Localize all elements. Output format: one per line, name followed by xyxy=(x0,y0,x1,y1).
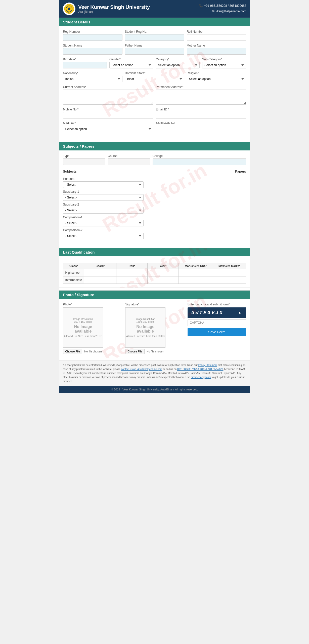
mobile-input[interactable] xyxy=(63,112,153,118)
reg-number-group: Reg Number xyxy=(63,30,122,41)
intermediate-max-input[interactable] xyxy=(214,277,245,283)
composition1-select[interactable]: - Select - xyxy=(63,220,144,226)
composition2-select[interactable]: - Select - xyxy=(63,233,144,239)
highschool-marks-input[interactable] xyxy=(180,270,211,275)
mother-name-input[interactable] xyxy=(187,48,246,55)
reg-row: Reg Number Student Reg.No. Roll Number xyxy=(63,30,246,41)
highschool-board-input[interactable] xyxy=(85,270,115,275)
nationality-group: Nationality* Indian xyxy=(63,71,122,82)
domicile-select[interactable]: Bihar xyxy=(125,76,184,82)
composition1-label: Composition-1 xyxy=(63,216,246,219)
roll-number-input[interactable] xyxy=(187,34,246,41)
university-logo: VKS xyxy=(63,3,75,15)
father-name-input[interactable] xyxy=(125,48,184,55)
sig-resolution: Image Resolution xyxy=(136,318,155,320)
captcha-input[interactable] xyxy=(188,319,246,326)
intermediate-board-input[interactable] xyxy=(85,277,115,283)
policy-link[interactable]: Policy Statement xyxy=(198,364,217,367)
composition1-item: Composition-1 - Select - xyxy=(63,216,246,226)
course-input: (Hons) YEAR-1 xyxy=(108,158,150,165)
composition2-select-row: - Select - xyxy=(63,233,246,239)
highschool-max-input[interactable] xyxy=(214,270,245,275)
reg-number-label: Reg Number xyxy=(63,30,122,33)
contact-link[interactable]: contact us on vksu@helpenable.com xyxy=(121,368,162,371)
student-details-header: Student Details xyxy=(59,18,250,26)
highschool-year-input[interactable] xyxy=(149,270,178,275)
footer-note: No chargebacks will be entertained. All … xyxy=(59,360,250,386)
domicile-group: Domicile State* Bihar xyxy=(125,71,184,82)
highschool-roll-input[interactable] xyxy=(117,270,146,275)
student-name-input[interactable] xyxy=(63,48,122,55)
phone-number: +91-9661566208 / 8651820688 xyxy=(204,3,246,9)
student-reg-input[interactable] xyxy=(125,34,184,41)
photo-no-file: No file chosen xyxy=(84,350,102,353)
photo-choose-btn[interactable]: Choose File xyxy=(63,349,82,354)
current-address-input[interactable] xyxy=(63,90,153,105)
phone-link[interactable]: 8791683286 / 9758534854 / 8171757628 xyxy=(177,368,224,371)
subject-info-row: Type U.G. Regular Course (Hons) YEAR-1 C… xyxy=(63,154,246,165)
qualification-table: Class* Board* Roll* Year* Marks/GPA Obt.… xyxy=(63,263,246,284)
course-cell: Course (Hons) YEAR-1 xyxy=(108,154,150,165)
intermediate-marks-input[interactable] xyxy=(180,277,211,283)
photo-file-info: Allowed File Size Less than 20 KB xyxy=(64,335,102,338)
student-details-section: Student Details Result for.in Reg Number… xyxy=(59,18,250,139)
contact-row: Mobile No.* Email ID * xyxy=(63,108,246,118)
phone-icon: 📞 xyxy=(199,3,203,9)
captcha-refresh-btn[interactable]: ↻ xyxy=(239,310,242,315)
nationality-select[interactable]: Indian xyxy=(63,76,122,82)
birthdate-input[interactable] xyxy=(63,62,107,68)
permanent-address-group: Permanent Address* xyxy=(156,85,246,105)
current-address-group: Current Address* xyxy=(63,85,153,105)
signature-choose-btn[interactable]: Choose File xyxy=(125,349,145,354)
photo-sig-row: Photo* Image Resolution 150 x 150 pixels… xyxy=(63,303,246,354)
subjects-header: Subjects / Papers xyxy=(59,142,250,150)
sig-no-image: No Imageavailable xyxy=(136,325,154,334)
marks-col-header: Marks/GPA Obt.* xyxy=(179,263,213,269)
father-name-label: Father Name xyxy=(125,44,184,47)
highschool-row: Highschool xyxy=(63,269,246,276)
religion-select[interactable]: Select an option Hindu Muslim Christian … xyxy=(187,76,246,82)
medium-select[interactable]: Select an option Hindi English xyxy=(63,126,153,132)
gender-select[interactable]: Select an option Male Female Other xyxy=(109,62,153,68)
intermediate-year-input[interactable] xyxy=(149,277,178,283)
save-form-btn[interactable]: Save Form xyxy=(188,328,246,336)
roll-number-group: Roll Number xyxy=(187,30,246,41)
photo-placeholder: Image Resolution 150 x 150 pixels No Ima… xyxy=(63,307,103,348)
email-input[interactable] xyxy=(156,112,246,118)
student-reg-group: Student Reg.No. xyxy=(125,30,184,41)
max-col-header: Max/GPA Marks* xyxy=(213,263,246,269)
student-name-group: Student Name xyxy=(63,44,122,55)
subsidiary1-select[interactable]: - Select - xyxy=(63,194,144,201)
intermediate-roll-input[interactable] xyxy=(117,277,146,283)
subcategory-select[interactable]: Select an option xyxy=(202,62,246,68)
browsehappy-link[interactable]: browsehappy.com xyxy=(191,376,211,379)
photo-size: 150 x 150 pixels xyxy=(74,320,92,323)
reg-number-input[interactable] xyxy=(63,34,122,41)
gender-group: Gender* Select an option Male Female Oth… xyxy=(109,58,153,68)
nationality-label: Nationality* xyxy=(63,71,122,75)
photo-file-row: Choose File No file chosen xyxy=(63,349,122,354)
photo-no-image: No Imageavailable xyxy=(74,325,92,334)
category-label: Category* xyxy=(156,58,200,61)
email-address: vksu@helpenable.com xyxy=(216,9,246,14)
religion-label: Religion* xyxy=(187,71,246,75)
birthdate-label: Birthdate* xyxy=(63,58,107,61)
type-input: U.G. Regular xyxy=(63,158,105,165)
intermediate-row: Intermediate xyxy=(63,276,246,284)
subcategory-group: Sub-Category* Select an option xyxy=(202,58,246,68)
subsidiary1-select-row: - Select - xyxy=(63,194,246,201)
address-row: Current Address* Permanent Address* xyxy=(63,85,246,105)
medium-label: Medium * xyxy=(63,122,153,125)
birthdate-group: Birthdate* xyxy=(63,58,107,68)
subsidiary2-select[interactable]: - Select - xyxy=(63,207,144,214)
type-cell: Type U.G. Regular xyxy=(63,154,105,165)
honours-select[interactable]: - Select - xyxy=(63,181,144,188)
composition2-item: Composition-2 - Select - xyxy=(63,228,246,239)
current-address-label: Current Address* xyxy=(63,85,153,89)
signature-file-row: Choose File No file chosen xyxy=(125,349,184,354)
aadhaar-input[interactable] xyxy=(156,126,246,132)
college-input[interactable] xyxy=(153,158,246,165)
category-select[interactable]: Select an option General OBC SC ST xyxy=(156,62,200,68)
permanent-address-input[interactable] xyxy=(156,90,246,105)
aadhaar-label: AADHAAR No. xyxy=(156,122,246,125)
